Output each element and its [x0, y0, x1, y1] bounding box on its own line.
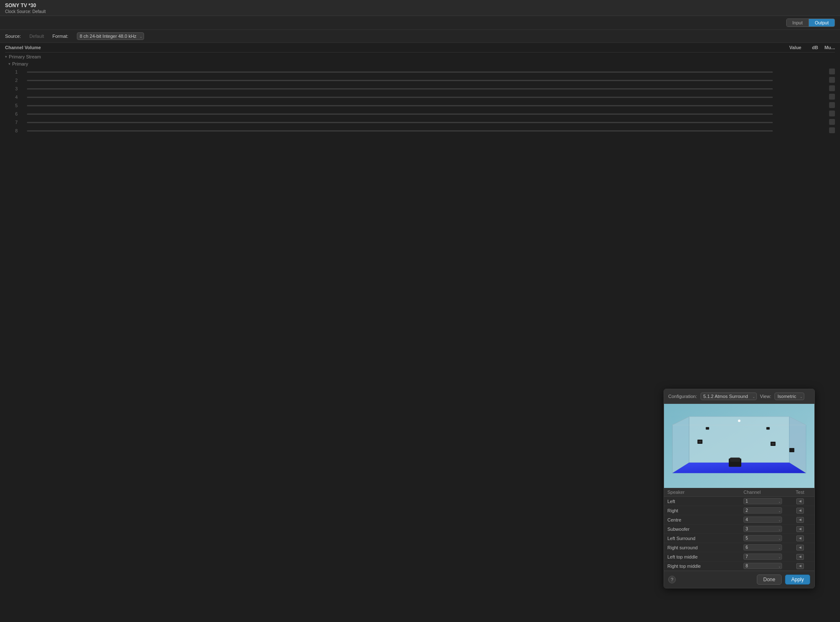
window-title: SONY TV *30 — [5, 3, 835, 8]
channel-slider[interactable] — [27, 113, 773, 115]
speaker-channel-cell: 12345678 — [740, 515, 785, 524]
output-button[interactable]: Output — [809, 19, 835, 26]
channel-number: 8 — [15, 128, 24, 133]
channel-select[interactable]: 12345678 — [743, 553, 782, 560]
speaker-panel: Configuration: 5.1.2 Atmos Surround5.1 S… — [664, 389, 815, 588]
channel-select[interactable]: 12345678 — [743, 517, 782, 523]
channel-select-wrap: 12345678 — [743, 544, 782, 551]
channel-slider[interactable] — [27, 88, 773, 90]
channel-select[interactable]: 12345678 — [743, 498, 782, 504]
primary-stream-label: Primary Stream — [9, 54, 41, 59]
toolbar-group: Input Output — [786, 18, 835, 27]
config-select[interactable]: 5.1.2 Atmos Surround5.1 Surround7.1 Surr… — [701, 393, 757, 400]
speaker-table-body: Left 12345678 ◀ Right 12345678 ◀ Centre … — [664, 497, 814, 571]
apply-button[interactable]: Apply — [785, 575, 810, 585]
channel-select[interactable]: 12345678 — [743, 563, 782, 569]
channel-volume-label: Channel Volume — [5, 45, 776, 50]
help-button[interactable]: ? — [668, 576, 676, 583]
channel-select-wrap: 12345678 — [743, 526, 782, 532]
format-label: Format: — [52, 34, 68, 39]
mute-button[interactable] — [829, 111, 835, 116]
primary-stream[interactable]: Primary Stream — [5, 53, 835, 60]
speaker-name: Left Surround — [664, 534, 740, 543]
channel-select[interactable]: 12345678 — [743, 544, 782, 551]
col-test-header: Test — [785, 488, 814, 497]
speaker-row: Left Surround 12345678 ◀ — [664, 534, 814, 543]
speaker-row: Right surround 12345678 ◀ — [664, 543, 814, 552]
mute-button[interactable] — [829, 77, 835, 83]
top-bar: SONY TV *30 Clock Source: Default — [0, 0, 840, 16]
config-label: Configuration: — [668, 394, 697, 399]
channel-number: 1 — [15, 69, 24, 74]
mute-button[interactable] — [829, 102, 835, 108]
test-button[interactable]: ◀ — [796, 545, 804, 551]
clock-source: Clock Source: Default — [5, 9, 835, 14]
test-button[interactable]: ◀ — [796, 535, 804, 541]
channel-number: 7 — [15, 120, 24, 125]
channel-rows: Primary 1 2 3 4 5 — [5, 60, 835, 135]
mute-button[interactable] — [829, 69, 835, 74]
test-button[interactable]: ◀ — [796, 563, 804, 569]
channel-select[interactable]: 12345678 — [743, 535, 782, 541]
channel-select[interactable]: 12345678 — [743, 526, 782, 532]
mute-button[interactable] — [829, 85, 835, 91]
test-button[interactable]: ◀ — [796, 526, 804, 532]
col-mute-label: Mu... — [818, 45, 835, 50]
input-button[interactable]: Input — [787, 19, 809, 26]
room-visualization — [664, 404, 814, 488]
channel-select-wrap: 12345678 — [743, 507, 782, 514]
channel-mute — [818, 85, 835, 92]
mute-button[interactable] — [829, 127, 835, 133]
speaker-channel-cell: 12345678 — [740, 524, 785, 534]
channel-select-wrap: 12345678 — [743, 498, 782, 504]
speaker-channel-cell: 12345678 — [740, 534, 785, 543]
primary-group-label[interactable]: Primary — [8, 60, 835, 68]
toolbar: Input Output — [0, 16, 840, 30]
channel-slider[interactable] — [27, 71, 773, 73]
svg-rect-11 — [699, 441, 701, 443]
format-select[interactable]: 8 ch 24-bit Integer 48.0 kHz8 ch 16-bit … — [77, 32, 144, 40]
test-cell: ◀ — [785, 506, 814, 515]
done-button[interactable]: Done — [757, 575, 782, 585]
speaker-table: Speaker Channel Test Left 12345678 ◀ Rig… — [664, 488, 814, 571]
svg-rect-18 — [766, 427, 770, 430]
channel-select-wrap: 12345678 — [743, 535, 782, 541]
mute-button[interactable] — [829, 119, 835, 125]
channel-number: 6 — [15, 111, 24, 116]
mute-button[interactable] — [829, 94, 835, 100]
speaker-channel-cell: 12345678 — [740, 561, 785, 571]
channel-mute — [818, 77, 835, 84]
test-button[interactable]: ◀ — [796, 508, 804, 514]
svg-rect-13 — [772, 443, 774, 445]
config-select-wrap: 5.1.2 Atmos Surround5.1 Surround7.1 Surr… — [701, 393, 757, 400]
channel-row: 7 — [8, 118, 835, 127]
speaker-row: Centre 12345678 ◀ — [664, 515, 814, 524]
sp-config-bar: Configuration: 5.1.2 Atmos Surround5.1 S… — [664, 389, 814, 404]
speaker-row: Left 12345678 ◀ — [664, 497, 814, 506]
speaker-channel-cell: 12345678 — [740, 497, 785, 506]
sp-footer-right: Done Apply — [757, 575, 810, 585]
channel-number: 3 — [15, 86, 24, 91]
speaker-channel-cell: 12345678 — [740, 543, 785, 552]
channel-slider[interactable] — [27, 97, 773, 98]
test-cell: ◀ — [785, 552, 814, 561]
view-select[interactable]: IsometricTopFront — [774, 393, 804, 400]
channel-row: 8 — [8, 127, 835, 135]
channel-mute — [818, 69, 835, 75]
sp-footer-left: ? — [668, 576, 676, 583]
test-button[interactable]: ◀ — [796, 498, 804, 504]
speaker-row: Right 12345678 ◀ — [664, 506, 814, 515]
channel-select[interactable]: 12345678 — [743, 507, 782, 514]
channel-slider[interactable] — [27, 80, 773, 81]
test-button[interactable]: ◀ — [796, 517, 804, 523]
svg-rect-14 — [789, 448, 794, 452]
channel-mute — [818, 94, 835, 100]
view-label: View: — [760, 394, 772, 399]
channel-slider[interactable] — [27, 122, 773, 123]
channel-slider[interactable] — [27, 130, 773, 132]
channel-rows-container: 1 2 3 4 5 — [8, 68, 835, 135]
format-select-wrapper: 8 ch 24-bit Integer 48.0 kHz8 ch 16-bit … — [77, 32, 144, 40]
channel-slider[interactable] — [27, 105, 773, 106]
clock-source-value: Default — [32, 9, 46, 14]
test-button[interactable]: ◀ — [796, 554, 804, 560]
